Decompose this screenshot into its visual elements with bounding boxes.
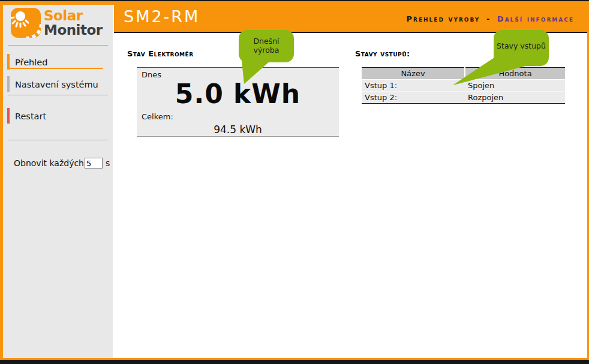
sidebar-item-label: Přehled	[15, 58, 47, 67]
sun-logo-icon	[10, 7, 41, 38]
nav-link-dalsi-informace[interactable]: Další informace	[497, 14, 574, 23]
logo-text: Solar Monitor	[44, 8, 103, 37]
today-label: Dnes	[142, 70, 161, 79]
sidebar-item-label: Restart	[15, 112, 46, 121]
total-production-value: 94.5 kWh	[137, 124, 339, 136]
tooltip-dnesni-vyroba: Dnešní výroba	[245, 37, 287, 55]
refresh-interval-unit: s	[106, 158, 110, 168]
sidebar-item-nastaveni-systemu[interactable]: Nastavení systému	[7, 79, 106, 90]
sidebar-item-label: Nastavení systému	[15, 80, 98, 89]
inputs-section-heading: Stavy vstupů:	[355, 49, 410, 58]
refresh-interval-label: Obnovit každých	[14, 158, 84, 168]
refresh-interval-row: Obnovit každých s	[14, 158, 110, 169]
active-underline	[7, 68, 103, 69]
logo-word-solar: Solar	[44, 8, 103, 23]
refresh-interval-input[interactable]	[85, 158, 103, 169]
sidebar-item-restart[interactable]: Restart	[7, 110, 106, 122]
sidebar-item-prehled[interactable]: Přehled	[7, 56, 106, 68]
tooltip-stavy-vstupu: Stavy vstupů	[494, 41, 548, 50]
header-nav: Přehled výroby - Další informace	[406, 14, 574, 23]
sidebar-divider	[8, 95, 108, 95]
bottom-border	[0, 360, 589, 364]
nav-separator: -	[486, 14, 491, 23]
device-title: SM2-RM	[124, 7, 200, 26]
sidebar-divider	[8, 45, 108, 46]
sidebar-divider	[8, 140, 108, 140]
accent-bar	[7, 108, 10, 124]
logo-word-monitor: Monitor	[44, 23, 103, 37]
tooltip-callout-shape	[447, 28, 552, 88]
meter-section-heading: Stav Elektroměr	[127, 49, 194, 58]
total-label: Celkem:	[142, 112, 173, 121]
accent-bar	[7, 76, 10, 92]
sidebar: Solar Monitor Přehled Nastavení systému …	[3, 5, 113, 358]
solar-monitor-logo: Solar Monitor	[10, 7, 103, 38]
page: SM2-RM Přehled výroby - Další informace	[0, 0, 589, 364]
input-value: Rozpojen	[465, 92, 565, 104]
nav-link-prehled-vyroby[interactable]: Přehled výroby	[406, 14, 480, 23]
input-name: Vstup 2:	[362, 92, 465, 104]
table-row: Vstup 2: Rozpojen	[362, 92, 565, 104]
